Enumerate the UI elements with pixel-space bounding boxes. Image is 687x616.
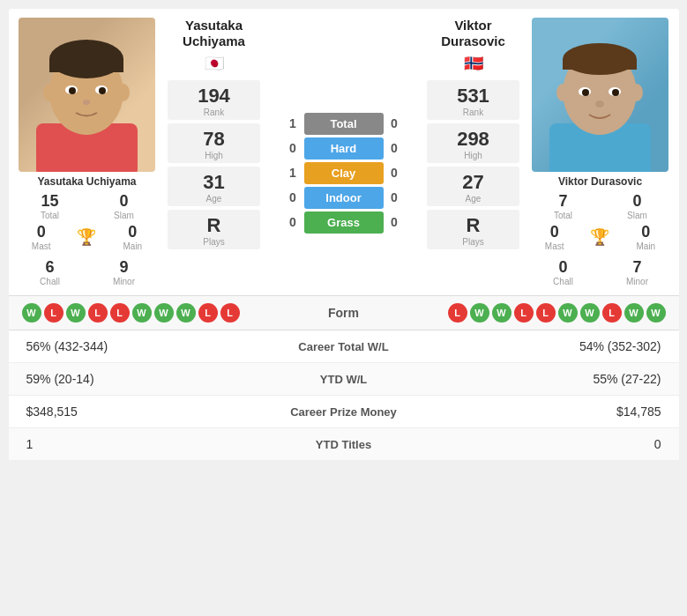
hard-row: 0 Hard 0 [282, 137, 406, 160]
left-form-badges: WLWLLWWWLL [22, 303, 300, 323]
stats-right-val: 0 [432, 437, 661, 451]
svg-point-21 [595, 100, 604, 108]
right-player-svg [532, 18, 668, 172]
form-badge: L [448, 303, 467, 323]
left-rank-box: 194 Rank [168, 80, 260, 120]
left-player-column: Yasutaka Uchiyama 15 Total 0 Slam 0 Mast… [13, 18, 161, 286]
left-center-col: Yasutaka Uchiyama 🇯🇵 194 Rank 78 High 31… [166, 18, 263, 286]
stats-right-val: $14,785 [432, 404, 661, 419]
form-badge: W [154, 303, 174, 323]
stats-row: 1 YTD Titles 0 [9, 428, 679, 461]
form-badge: L [602, 303, 622, 323]
form-badge: L [514, 303, 534, 323]
stats-right-val: 55% (27-22) [432, 372, 661, 386]
left-chall-stat: 6 Chall [17, 258, 84, 286]
right-plays-box: R Plays [427, 210, 519, 249]
total-button[interactable]: Total [304, 113, 384, 135]
indoor-row: 0 Indoor 0 [282, 187, 406, 209]
svg-point-22 [556, 84, 569, 101]
form-badge: W [492, 303, 512, 323]
svg-point-20 [612, 89, 619, 96]
svg-point-8 [99, 87, 106, 94]
form-badge: W [470, 303, 489, 323]
stats-row: 59% (20-14) YTD W/L 55% (27-22) [9, 363, 679, 396]
stats-center-label: Career Total W/L [256, 340, 432, 353]
right-age-box: 27 Age [427, 167, 519, 206]
stats-row: 56% (432-344) Career Total W/L 54% (352-… [9, 330, 679, 363]
grass-button[interactable]: Grass [304, 212, 384, 234]
right-rank-box: 531 Rank [427, 80, 519, 120]
stats-center-label: YTD Titles [256, 438, 432, 451]
form-section: WLWLLWWWLL Form LWWLLWWLWW [9, 295, 679, 330]
left-stats-grid: 15 Total 0 Slam [17, 192, 158, 220]
form-badge: L [44, 303, 63, 323]
grass-row: 0 Grass 0 [282, 212, 406, 234]
left-player-name: Yasutaka Uchiyama [166, 18, 263, 49]
right-form-badges: LWWLLWWLWW [388, 303, 666, 323]
right-high-box: 298 High [427, 123, 519, 163]
right-center-col: Viktor Durasovic 🇳🇴 531 Rank 298 High 27… [425, 18, 522, 286]
form-badge: W [66, 303, 86, 323]
left-high-box: 78 High [168, 123, 260, 163]
svg-point-19 [582, 89, 589, 96]
form-badge: W [558, 303, 578, 323]
left-minor-stat: 9 Minor [91, 258, 158, 286]
svg-point-7 [69, 87, 76, 94]
clay-button[interactable]: Clay [304, 162, 384, 184]
form-label: Form [300, 306, 388, 320]
svg-point-11 [117, 84, 130, 101]
right-total-stat: 7 Total [530, 192, 597, 220]
left-total-stat: 15 Total [17, 192, 84, 220]
right-chall-grid: 0 Chall 7 Minor [530, 258, 671, 286]
stats-left-val: 56% (432-344) [26, 339, 256, 353]
left-plays-box: R Plays [168, 210, 260, 249]
right-minor-stat: 7 Minor [604, 258, 671, 286]
stats-left-val: $348,515 [26, 404, 256, 419]
form-badge: L [198, 303, 218, 323]
players-section: Yasutaka Uchiyama 15 Total 0 Slam 0 Mast… [9, 9, 679, 295]
stats-left-val: 1 [26, 437, 256, 451]
right-chall-stat: 0 Chall [530, 258, 597, 286]
form-badge: W [132, 303, 152, 323]
left-age-box: 31 Age [168, 167, 260, 206]
left-main-stat: 0 Main [123, 223, 142, 251]
left-player-name-below: Yasutaka Uchiyama [37, 175, 136, 188]
left-player-photo [19, 18, 155, 172]
right-flag: 🇳🇴 [464, 54, 483, 73]
left-trophy-row: 0 Mast 🏆 0 Main [17, 223, 158, 251]
stats-center-label: YTD W/L [256, 373, 432, 386]
stats-right-val: 54% (352-302) [432, 339, 661, 353]
svg-point-23 [631, 84, 643, 101]
stats-center-label: Career Prize Money [256, 405, 432, 419]
left-flag: 🇯🇵 [205, 54, 224, 73]
form-badge: W [22, 303, 41, 323]
stats-left-val: 59% (20-14) [26, 372, 256, 386]
total-row: 1 Total 0 [282, 113, 406, 135]
hard-button[interactable]: Hard [304, 137, 384, 160]
right-player-name: Viktor Durasovic [425, 18, 522, 49]
clay-row: 1 Clay 0 [282, 162, 406, 184]
right-slam-stat: 0 Slam [604, 192, 671, 220]
stats-table: 56% (432-344) Career Total W/L 54% (352-… [9, 330, 679, 461]
svg-point-9 [83, 100, 90, 105]
left-mast-stat: 0 Mast [32, 223, 51, 251]
svg-rect-4 [49, 59, 123, 72]
right-trophy-icon: 🏆 [590, 227, 609, 247]
right-player-photo [532, 18, 668, 172]
indoor-button[interactable]: Indoor [304, 187, 384, 209]
right-mast-stat: 0 Mast [545, 223, 564, 251]
form-badge: L [88, 303, 108, 323]
form-badge: L [536, 303, 556, 323]
form-badge: W [580, 303, 600, 323]
right-main-stat: 0 Main [636, 223, 655, 251]
left-slam-stat: 0 Slam [91, 192, 158, 220]
form-badge: L [110, 303, 130, 323]
right-trophy-row: 0 Mast 🏆 0 Main [530, 223, 671, 251]
svg-rect-16 [563, 59, 637, 70]
form-badge: L [220, 303, 240, 323]
form-badge: W [176, 303, 196, 323]
right-stats-grid: 7 Total 0 Slam [530, 192, 671, 220]
stats-row: $348,515 Career Prize Money $14,785 [9, 396, 679, 428]
left-player-svg [19, 18, 155, 172]
left-chall-grid: 6 Chall 9 Minor [17, 258, 158, 286]
